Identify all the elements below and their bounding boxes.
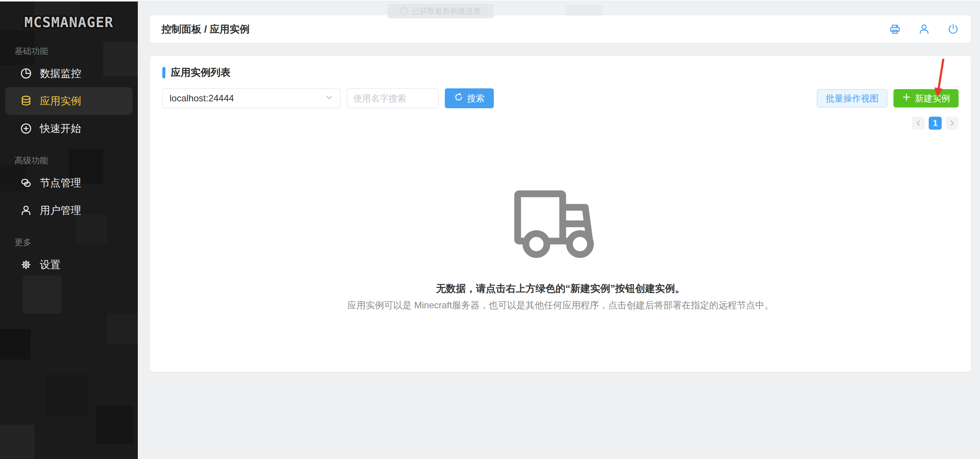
bulk-operations-button[interactable]: 批量操作视图 [817,89,887,107]
info-circle-icon [400,7,408,15]
sidebar-texture-block [23,275,61,314]
empty-state-subtitle: 应用实例可以是 Minecraft服务器，也可以是其他任何应用程序，点击创建后将… [347,299,773,311]
pagination-next-button[interactable] [946,117,959,130]
sidebar-texture-block [0,425,34,459]
chevron-down-icon [325,93,333,103]
refresh-icon [454,93,463,104]
sidebar-item-label: 数据监控 [40,67,81,80]
sidebar-texture-block [0,329,31,360]
pie-chart-icon [20,67,32,80]
create-instance-button-label: 新建实例 [915,93,950,104]
sidebar-texture-block [46,375,88,417]
create-instance-button[interactable]: 新建实例 [893,89,959,107]
plus-circle-icon [20,122,32,135]
nav-group-header-advanced: 高级功能 [15,155,138,166]
topbar: 控制面板 / 应用实例 [150,15,971,43]
pagination-prev-button[interactable] [912,117,925,130]
toast-fading: 已获取最新构建进度 [387,4,494,18]
main-area: 已获取最新构建进度 控制面板 / 应用实例 应用实例列表 localhost:2… [138,0,980,459]
empty-state-title: 无数据，请点击右上方绿色的“新建实例”按钮创建实例。 [436,282,685,295]
nav-group-header-basic: 基础功能 [15,46,138,57]
sidebar-item-label: 用户管理 [40,203,81,217]
sidebar-item-label: 应用实例 [40,94,81,108]
top-hairline [0,0,980,2]
sidebar-texture-block [96,405,134,444]
app-logo: MCSMANAGER [24,14,114,31]
node-select-value: localhost:24444 [170,93,234,104]
nodes-icon [20,177,32,189]
sidebar: MCSMANAGER 基础功能 数据监控 应用实例 快速开始 高级功能 [0,0,138,459]
sidebar-item-node-management[interactable]: 节点管理 [0,169,138,197]
node-select[interactable]: localhost:24444 [162,88,341,108]
sidebar-item-data-monitor[interactable]: 数据监控 [0,60,138,87]
search-button-label: 搜索 [467,93,485,104]
breadcrumb: 控制面板 / 应用实例 [162,23,250,36]
user-icon [20,204,32,216]
search-button[interactable]: 搜索 [445,88,494,108]
sidebar-item-label: 设置 [40,258,60,272]
title-accent-pill [162,67,165,78]
search-input[interactable] [347,88,439,108]
truck-icon [510,187,611,265]
printer-icon[interactable] [889,23,901,35]
database-icon [20,95,32,107]
nav-group-header-more: 更多 [15,237,138,248]
sidebar-texture-block [107,314,138,344]
sidebar-item-settings[interactable]: 设置 [0,251,138,278]
gear-icon [20,259,32,271]
instance-list-panel: 应用实例列表 localhost:24444 搜索 批量操作视图 [150,56,971,372]
sidebar-item-app-instances[interactable]: 应用实例 [5,87,132,115]
sidebar-item-user-management[interactable]: 用户管理 [0,197,138,224]
sidebar-item-label: 快速开始 [40,122,81,135]
power-icon[interactable] [947,23,959,35]
pagination-page-1[interactable]: 1 [929,117,942,130]
toast-ghost [566,5,603,16]
sidebar-item-label: 节点管理 [40,176,81,190]
plus-icon [902,93,911,104]
sidebar-item-quick-start[interactable]: 快速开始 [0,115,138,142]
panel-title: 应用实例列表 [171,66,230,79]
empty-state: 无数据，请点击右上方绿色的“新建实例”按钮创建实例。 应用实例可以是 Minec… [162,187,959,311]
toast-text: 已获取最新构建进度 [412,6,481,16]
pagination: 1 [162,117,959,130]
user-icon[interactable] [918,23,930,35]
